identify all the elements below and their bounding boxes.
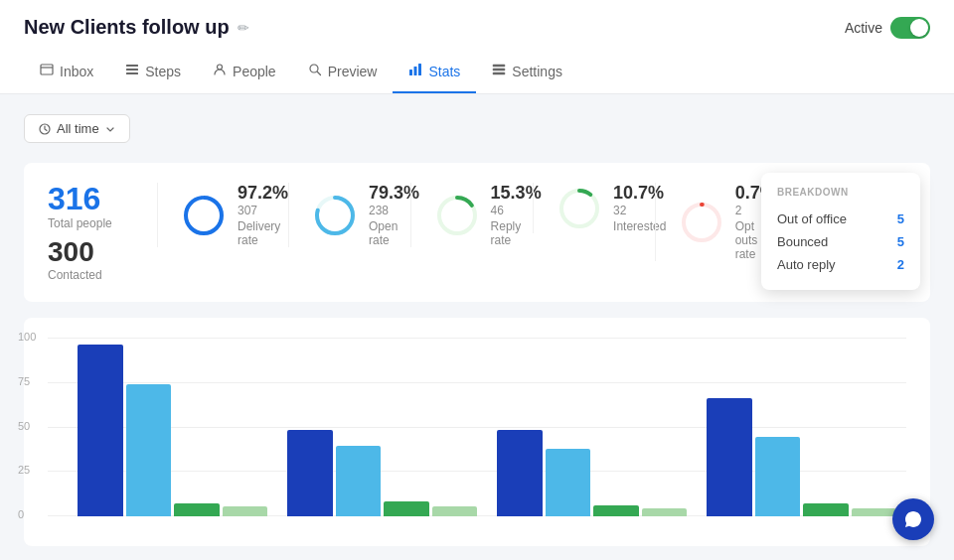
bar-1-green (174, 503, 220, 516)
grid-label-0: 0 (18, 508, 24, 520)
inbox-icon (40, 63, 54, 79)
bar-2-light (336, 446, 382, 516)
people-icon (213, 63, 227, 79)
reply-rate-stat: 15.3% 46 Reply rate (410, 183, 533, 247)
interested-stat: 10.7% 32 Interested (533, 183, 655, 233)
svg-point-5 (310, 65, 318, 72)
svg-rect-7 (414, 67, 417, 75)
active-label: Active (845, 20, 882, 36)
tab-steps[interactable]: Steps (109, 51, 197, 93)
active-badge: Active (845, 17, 930, 39)
bar-4-green (803, 503, 849, 516)
bar-group-3 (497, 430, 687, 516)
opt-outs-circle (680, 201, 723, 244)
svg-rect-6 (409, 70, 412, 75)
grid-label-50: 50 (18, 420, 30, 432)
breakdown-value-1: 5 (897, 211, 904, 226)
tab-preview[interactable]: Preview (292, 51, 394, 93)
contacted-label: Contacted (48, 268, 157, 282)
svg-rect-1 (126, 65, 138, 67)
bar-group-2 (287, 430, 477, 516)
svg-rect-9 (493, 65, 505, 67)
svg-rect-8 (418, 64, 421, 75)
breakdown-row-2: Bounced 5 (777, 230, 904, 253)
stats-row: 316 Total people 300 Contacted 97.2% 307… (24, 163, 930, 302)
breakdown-row-1: Out of office 5 (777, 208, 904, 230)
bar-4-dark (707, 398, 752, 516)
svg-point-14 (186, 198, 222, 233)
bar-3-green (593, 505, 639, 516)
bar-group-1 (78, 345, 267, 516)
breakdown-value-2: 5 (897, 234, 904, 249)
grid-label-75: 75 (18, 375, 30, 387)
title-area: New Clients follow up ✏ (24, 16, 249, 39)
delivery-rate-circle (182, 194, 226, 237)
svg-point-4 (218, 65, 223, 70)
bar-2-green (384, 501, 429, 516)
interested-circle (557, 187, 601, 230)
contacted-number: 300 (48, 238, 157, 266)
preview-icon (308, 63, 322, 79)
bars-container (78, 338, 896, 516)
breakdown-label-1: Out of office (777, 211, 847, 226)
breakdown-label-3: Auto reply (777, 257, 836, 272)
bar-4-lgreen (852, 508, 897, 516)
breakdown-row-3: Auto reply 2 (777, 253, 904, 276)
open-rate-stat: 79.3% 238 Open rate (288, 183, 410, 247)
delivery-rate-count: 307 (238, 204, 288, 217)
svg-rect-2 (126, 69, 138, 70)
bar-1-dark (78, 345, 123, 516)
clock-icon (39, 123, 51, 135)
tab-inbox[interactable]: Inbox (24, 51, 109, 93)
bar-1-light (126, 384, 172, 516)
settings-icon (492, 63, 506, 79)
chevron-down-icon (105, 124, 115, 134)
svg-rect-3 (126, 72, 138, 74)
open-rate-circle (313, 194, 357, 237)
breakdown-label-2: Bounced (777, 234, 828, 249)
time-filter-button[interactable]: All time (24, 114, 130, 143)
svg-rect-10 (493, 69, 505, 70)
bar-3-light (546, 449, 591, 516)
steps-icon (125, 63, 139, 79)
chart-area: 100 75 50 25 0 (24, 318, 930, 546)
delivery-rate-pct: 97.2% (238, 183, 288, 204)
delivery-rate-stat: 97.2% 307 Delivery rate (157, 183, 288, 247)
tab-settings[interactable]: Settings (476, 51, 578, 93)
chat-icon (903, 509, 923, 529)
total-number: 316 (48, 183, 157, 214)
breakdown-title: BREAKDOWN (777, 187, 904, 198)
nav-tabs: Inbox Steps People Preview Stats (24, 51, 930, 93)
breakdown-value-3: 2 (897, 257, 904, 272)
breakdown-popup: BREAKDOWN Out of office 5 Bounced 5 Auto… (761, 173, 920, 290)
svg-point-21 (684, 205, 719, 240)
tab-stats[interactable]: Stats (393, 51, 476, 93)
edit-icon[interactable]: ✏ (238, 20, 249, 36)
bar-3-lgreen (642, 508, 688, 516)
chat-button[interactable] (892, 498, 934, 540)
bar-2-lgreen (432, 506, 478, 516)
grid-label-25: 25 (18, 464, 30, 476)
bar-4-light (755, 437, 801, 516)
svg-rect-11 (493, 72, 505, 74)
filter-bar: All time (24, 114, 930, 143)
total-people-block: 316 Total people 300 Contacted (48, 183, 157, 282)
stats-icon (408, 63, 422, 79)
reply-rate-circle (435, 194, 479, 237)
tab-people[interactable]: People (197, 51, 292, 93)
active-toggle[interactable] (890, 17, 930, 39)
bar-2-dark (287, 430, 333, 516)
grid-label-100: 100 (18, 331, 36, 343)
bar-group-4 (707, 398, 896, 516)
chart-grid: 100 75 50 25 0 (48, 338, 906, 516)
bar-1-lgreen (223, 506, 268, 516)
delivery-rate-label: Delivery rate (238, 219, 288, 247)
page-title: New Clients follow up (24, 16, 230, 39)
svg-rect-0 (41, 65, 53, 74)
bar-3-dark (497, 430, 543, 516)
total-label: Total people (48, 216, 157, 230)
